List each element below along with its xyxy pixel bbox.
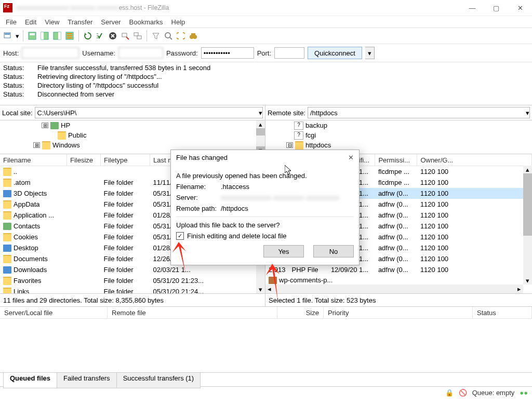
local-status: 11 files and 29 directories. Total size:… [0, 293, 265, 306]
menubar: File Edit View Transfer Server Bookmarks… [0, 16, 532, 28]
dialog-filename: .htaccess [221, 183, 249, 191]
toggle-log-icon[interactable] [26, 30, 38, 42]
dropdown-icon[interactable]: ▾ [15, 30, 20, 42]
menu-view[interactable]: View [41, 17, 63, 27]
port-label: Port: [257, 49, 271, 57]
svg-rect-3 [30, 33, 35, 35]
forbidden-icon: 🚫 [459, 389, 467, 397]
file-changed-dialog: File has changed ✕ A file previously ope… [170, 150, 360, 265]
yes-button[interactable]: Yes [263, 245, 304, 258]
table-row[interactable]: LinksFile folder05/31/20 21:24... [0, 286, 265, 293]
tab-successful-transfers[interactable]: Successful transfers (1) [116, 373, 201, 388]
filter-icon[interactable] [150, 30, 162, 42]
transfer-queue: Server/Local file Remote file Size Prior… [0, 306, 532, 372]
window-title: xxxxxxxxxxxxxxxxx xxxxxxxx xxxxxxxess.ho… [16, 4, 460, 11]
lock-icon: 🔒 [445, 389, 454, 397]
tab-queued-files[interactable]: Queued files [3, 373, 57, 388]
process-queue-icon[interactable] [95, 30, 106, 42]
dialog-message: A file previously opened has been change… [176, 172, 354, 180]
svg-point-13 [165, 33, 170, 38]
username-input[interactable] [118, 47, 163, 59]
quickconnect-bar: Host: Username: Password: Port: Quickcon… [0, 44, 532, 62]
tree-item[interactable]: ⊞HP [0, 120, 265, 130]
local-tree[interactable]: ⊞HPPublic⊞Windows ▴▾ [0, 120, 265, 154]
titlebar: xxxxxxxxxxxxxxxxx xxxxxxxx xxxxxxxess.ho… [0, 0, 532, 16]
message-log: Status:File transfer successful, transfe… [0, 62, 532, 105]
dialog-remote-path: /httpdocs [221, 205, 248, 212]
finish-editing-checkbox[interactable]: ✓Finish editing and delete local file [176, 232, 354, 240]
username-label: Username: [82, 49, 115, 57]
menu-transfer[interactable]: Transfer [64, 17, 96, 27]
local-site-combo[interactable]: C:\Users\HP\▾ [35, 107, 263, 118]
tree-item[interactable]: Public [0, 130, 265, 140]
svg-rect-16 [191, 33, 195, 36]
toolbar: ▾ [0, 28, 532, 44]
close-button[interactable]: ✕ [508, 0, 532, 16]
host-label: Host: [3, 49, 19, 57]
menu-edit[interactable]: Edit [21, 17, 40, 27]
queue-tabs: Queued files Failed transfers Successful… [0, 372, 532, 386]
remote-site-combo[interactable]: /httpdocs▾ [308, 107, 530, 118]
table-row[interactable]: DownloadsFile folder02/03/21 1... [0, 264, 265, 275]
local-site-label: Local site: [2, 109, 33, 117]
svg-rect-11 [134, 33, 138, 36]
password-label: Password: [166, 49, 198, 57]
host-input[interactable] [22, 47, 79, 59]
menu-server[interactable]: Server [97, 17, 124, 27]
svg-rect-7 [58, 32, 61, 39]
dialog-title: File has changed [176, 154, 228, 161]
port-input[interactable] [274, 47, 304, 59]
tree-item[interactable]: ?fcgi [265, 130, 532, 140]
dialog-server: xxxxxxxxxxxxxxx xxxxxxxxx xxxxxxxxxx [221, 194, 339, 201]
bullet-icon: ●● [520, 389, 528, 397]
remote-status: Selected 1 file. Total size: 523 bytes [265, 293, 532, 306]
site-manager-icon[interactable] [2, 30, 14, 42]
tab-failed-transfers[interactable]: Failed transfers [57, 373, 117, 388]
toggle-remotetree-icon[interactable] [51, 30, 63, 42]
app-logo-icon [3, 3, 12, 12]
no-button[interactable]: No [313, 245, 354, 258]
tree-item[interactable]: ⊟httpdocs [265, 140, 532, 150]
svg-rect-10 [122, 33, 127, 37]
table-row[interactable]: 2,913PHP File12/09/20 1...adfrw (0...112… [265, 264, 532, 275]
refresh-icon[interactable] [82, 30, 94, 42]
remote-tree[interactable]: ?backup?fcgi⊟httpdocs [265, 120, 532, 154]
toggle-queue-icon[interactable] [64, 30, 75, 42]
quickconnect-button[interactable]: Quickconnect [308, 47, 362, 59]
toggle-localtree-icon[interactable] [39, 30, 50, 42]
table-row[interactable]: FavoritesFile folder05/31/20 21:23... [0, 275, 265, 286]
remote-site-label: Remote site: [268, 109, 305, 117]
menu-file[interactable]: File [2, 17, 20, 27]
menu-bookmarks[interactable]: Bookmarks [126, 17, 167, 27]
svg-rect-12 [137, 36, 141, 39]
tree-item[interactable]: ?backup [265, 120, 532, 130]
svg-rect-5 [41, 32, 44, 39]
compare-icon[interactable] [175, 30, 187, 42]
minimize-button[interactable]: — [460, 0, 484, 16]
password-input[interactable] [201, 47, 254, 59]
dialog-close-icon[interactable]: ✕ [348, 154, 354, 161]
search-icon[interactable] [163, 30, 174, 42]
dialog-question: Upload this file back to the server? [176, 221, 354, 229]
menu-help[interactable]: Help [168, 17, 189, 27]
tree-item[interactable]: ⊞Windows [0, 140, 265, 150]
maximize-button[interactable]: ▢ [484, 0, 508, 16]
quickconnect-dropdown[interactable]: ▾ [365, 47, 375, 59]
cancel-icon[interactable] [107, 30, 118, 42]
reconnect-icon[interactable] [132, 30, 143, 42]
disconnect-icon[interactable] [119, 30, 131, 42]
svg-rect-1 [5, 33, 10, 35]
binoculars-icon[interactable] [188, 30, 199, 42]
queue-status: Queue: empty [472, 389, 515, 397]
